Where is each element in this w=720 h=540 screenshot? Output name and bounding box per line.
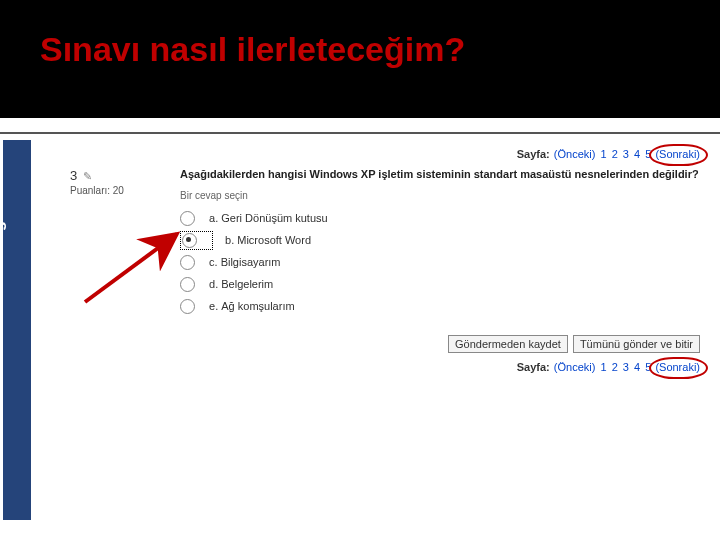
pager-next[interactable]: (Sonraki) bbox=[655, 361, 700, 373]
pager-page[interactable]: 2 bbox=[612, 148, 618, 160]
option-text: Bilgisayarım bbox=[221, 256, 281, 268]
quiz-content: Sayfa: (Önceki) 1 2 3 4 5 (Sonraki) 3 ✎ … bbox=[70, 148, 710, 528]
radio-icon[interactable] bbox=[180, 255, 195, 270]
pager-label: Sayfa: bbox=[517, 148, 550, 160]
pager-next-label: (Sonraki) bbox=[655, 361, 700, 373]
action-buttons: Göndermeden kaydet Tümünü gönder ve biti… bbox=[70, 335, 710, 353]
choose-label: Bir cevap seçin bbox=[180, 190, 710, 201]
pager-label: Sayfa: bbox=[517, 361, 550, 373]
course-label: INF 101 Basic Information Technologies bbox=[0, 198, 7, 512]
pager-page[interactable]: 5 bbox=[645, 361, 651, 373]
pager-page[interactable]: 3 bbox=[623, 148, 629, 160]
radio-icon[interactable] bbox=[180, 299, 195, 314]
pager-page[interactable]: 2 bbox=[612, 361, 618, 373]
pager-page[interactable]: 4 bbox=[634, 361, 640, 373]
question-number: 3 ✎ bbox=[70, 168, 150, 183]
edit-icon[interactable]: ✎ bbox=[83, 170, 92, 182]
option-key: a bbox=[209, 212, 215, 224]
option-key: e bbox=[209, 300, 215, 312]
question-number-value: 3 bbox=[70, 168, 77, 183]
question-body: Aşağıdakilerden hangisi Windows XP işlet… bbox=[180, 168, 710, 207]
separator bbox=[0, 132, 720, 134]
option-key: b bbox=[225, 234, 231, 246]
option-key: c bbox=[209, 256, 215, 268]
question-meta: 3 ✎ Puanları: 20 bbox=[70, 168, 150, 196]
option-d[interactable]: d. Belgelerim bbox=[180, 273, 710, 295]
slide-title: Sınavı nasıl ilerleteceğim? bbox=[40, 30, 465, 69]
radio-icon[interactable] bbox=[180, 277, 195, 292]
title-bar: Sınavı nasıl ilerleteceğim? bbox=[0, 0, 720, 118]
option-b[interactable]: b. Microsoft Word bbox=[180, 229, 710, 251]
slide: Sınavı nasıl ilerleteceğim? INF 101 Basi… bbox=[0, 0, 720, 540]
pager-prev[interactable]: (Önceki) bbox=[554, 361, 596, 373]
question-text: Aşağıdakilerden hangisi Windows XP işlet… bbox=[180, 168, 710, 180]
pager-top: Sayfa: (Önceki) 1 2 3 4 5 (Sonraki) bbox=[70, 148, 710, 160]
pager-next[interactable]: (Sonraki) bbox=[655, 148, 700, 160]
radio-icon[interactable] bbox=[182, 233, 197, 248]
save-button[interactable]: Göndermeden kaydet bbox=[448, 335, 568, 353]
pager-page[interactable]: 1 bbox=[600, 148, 606, 160]
option-e[interactable]: e. Ağ komşularım bbox=[180, 295, 710, 317]
options-list: a. Geri Dönüşüm kutusu b. Microsoft Word… bbox=[180, 207, 710, 317]
option-key: d bbox=[209, 278, 215, 290]
pager-page[interactable]: 5 bbox=[645, 148, 651, 160]
question-row: 3 ✎ Puanları: 20 Aşağıdakilerden hangisi… bbox=[70, 168, 710, 207]
course-sidebar: INF 101 Basic Information Technologies bbox=[3, 140, 31, 520]
option-text: Geri Dönüşüm kutusu bbox=[221, 212, 327, 224]
pager-page[interactable]: 1 bbox=[600, 361, 606, 373]
option-text: Microsoft Word bbox=[237, 234, 311, 246]
option-text: Ağ komşularım bbox=[221, 300, 294, 312]
option-text: Belgelerim bbox=[221, 278, 273, 290]
option-a[interactable]: a. Geri Dönüşüm kutusu bbox=[180, 207, 710, 229]
option-c[interactable]: c. Bilgisayarım bbox=[180, 251, 710, 273]
pager-prev[interactable]: (Önceki) bbox=[554, 148, 596, 160]
radio-icon[interactable] bbox=[180, 211, 195, 226]
pager-page[interactable]: 3 bbox=[623, 361, 629, 373]
pager-next-label: (Sonraki) bbox=[655, 148, 700, 160]
pager-page[interactable]: 4 bbox=[634, 148, 640, 160]
question-points: Puanları: 20 bbox=[70, 185, 150, 196]
pager-bottom: Sayfa: (Önceki) 1 2 3 4 5 (Sonraki) bbox=[70, 361, 710, 373]
selected-radio-frame bbox=[180, 231, 213, 250]
submit-button[interactable]: Tümünü gönder ve bitir bbox=[573, 335, 700, 353]
